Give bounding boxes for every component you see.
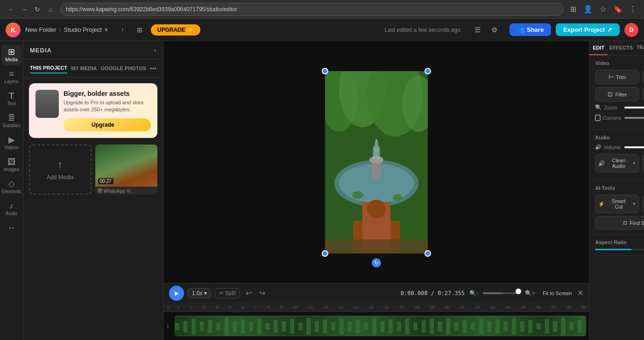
sidebar-item-subtitles[interactable]: ≣ Subtitles bbox=[1, 111, 22, 131]
svg-rect-49 bbox=[413, 323, 418, 330]
fit-to-screen-button[interactable]: Fit to Screen bbox=[540, 289, 574, 298]
upgrade-banner: Bigger, bolder assets Upgrade to Pro to … bbox=[29, 83, 157, 138]
media-icon: ⊞ bbox=[8, 48, 15, 56]
svg-rect-28 bbox=[241, 319, 245, 333]
svg-rect-20 bbox=[175, 323, 179, 330]
window-button[interactable]: ⊞ bbox=[133, 23, 146, 36]
clean-audio-stars-icon: ✦ bbox=[632, 161, 636, 166]
folder-name[interactable]: New Folder bbox=[25, 26, 56, 33]
media-panel-close-button[interactable]: ‹ bbox=[154, 46, 156, 54]
browser-chrome: ← → ↻ ⌂ https://www.kapwing.com/63922b8e… bbox=[0, 0, 644, 19]
tab-transitions[interactable]: TRANSITIONS bbox=[635, 41, 644, 55]
rotate-handle[interactable]: ↻ bbox=[372, 258, 381, 268]
split-button[interactable]: ✂ Split bbox=[215, 288, 240, 298]
sidebar-item-audio[interactable]: ♪ Audio bbox=[1, 199, 22, 219]
zoom-slider[interactable] bbox=[483, 292, 520, 294]
adjust-button[interactable]: ⚙ Adjust bbox=[642, 87, 644, 101]
menu-icon[interactable]: ⋮ bbox=[627, 4, 638, 15]
text-icon: T bbox=[9, 92, 14, 100]
svg-rect-54 bbox=[454, 322, 459, 331]
close-timeline-button[interactable]: ✕ bbox=[577, 289, 583, 297]
tab-my-media[interactable]: MY MEDIA bbox=[71, 64, 97, 73]
svg-rect-22 bbox=[191, 318, 196, 335]
add-media-button[interactable]: ↑ Add Media bbox=[29, 145, 92, 195]
sidebar-item-layers[interactable]: ≡ Layers bbox=[1, 67, 22, 87]
tab-effects[interactable]: EFFECTS bbox=[608, 41, 635, 55]
sidebar-item-transitions[interactable]: ↔ bbox=[1, 221, 22, 235]
volume-slider[interactable] bbox=[624, 146, 644, 148]
upgrade-button[interactable]: UPGRADE ⚡ bbox=[151, 24, 200, 36]
crop-button[interactable]: ⊡ Crop bbox=[642, 70, 644, 84]
svg-rect-45 bbox=[381, 321, 385, 332]
svg-point-13 bbox=[393, 194, 402, 201]
zoom-slider[interactable] bbox=[624, 107, 644, 109]
corners-slider[interactable] bbox=[624, 117, 644, 119]
smart-cut-button[interactable]: ⚡ Smart Cut ✦ bbox=[595, 195, 639, 213]
address-bar[interactable]: https://www.kapwing.com/63922b8ed3939a00… bbox=[60, 3, 564, 16]
tab-more-options[interactable]: ••• bbox=[150, 65, 156, 72]
svg-rect-51 bbox=[430, 319, 434, 334]
svg-rect-25 bbox=[216, 323, 220, 330]
project-name[interactable]: Studio Project bbox=[64, 26, 102, 33]
resize-handle-bottom-left[interactable] bbox=[322, 250, 328, 257]
sidebar-item-media[interactable]: ⊞ Media bbox=[1, 45, 22, 65]
sidebar-item-elements[interactable]: ◇ Elements bbox=[1, 177, 22, 197]
media-name: WhatsApp Vi... bbox=[104, 188, 134, 194]
detach-audio-button[interactable]: ⊡ Detach Audio bbox=[642, 154, 644, 173]
zoom-slider-container bbox=[483, 292, 520, 294]
play-button[interactable]: ▶ bbox=[169, 286, 184, 301]
zoom-out-button[interactable]: 🔍- bbox=[467, 288, 480, 298]
project-chevron[interactable]: ▾ bbox=[105, 26, 108, 33]
sidebar-item-text[interactable]: T Text bbox=[1, 89, 22, 109]
refresh-button[interactable]: ↻ bbox=[32, 4, 43, 15]
filter-button[interactable]: ⊡ Filter bbox=[595, 87, 639, 101]
tab-google-photos[interactable]: GOOGLE PHOTOS bbox=[100, 64, 146, 73]
video-section-title: Video bbox=[595, 60, 644, 66]
svg-rect-55 bbox=[463, 320, 467, 333]
left-sidebar: ⊞ Media ≡ Layers T Text ≣ Subtitles ▶ Vi… bbox=[0, 41, 23, 340]
find-scenes-button[interactable]: ⊡ Find Scenes bbox=[595, 216, 644, 230]
undo-button[interactable]: ↩ bbox=[244, 287, 254, 299]
home-button[interactable]: ⌂ bbox=[45, 4, 56, 15]
trim-button[interactable]: ⊢ Trim bbox=[595, 70, 639, 84]
audio-icon: ♪ bbox=[9, 202, 14, 210]
star-icon[interactable]: ☆ bbox=[597, 4, 609, 15]
svg-rect-18 bbox=[325, 239, 428, 253]
speed-button[interactable]: 1.0x ▾ bbox=[188, 288, 211, 298]
media-thumbnail-1[interactable]: 00:27 🎬 WhatsApp Vi... bbox=[95, 145, 158, 195]
extensions-icon[interactable]: ⊞ bbox=[567, 4, 579, 15]
forward-button[interactable]: → bbox=[19, 4, 30, 15]
user-avatar[interactable]: D bbox=[624, 23, 638, 37]
canvas-viewport[interactable]: ↻ bbox=[163, 41, 589, 283]
upload-button[interactable]: ↑ bbox=[116, 23, 129, 36]
resize-handle-top-left[interactable] bbox=[322, 68, 328, 74]
redo-button[interactable]: ↪ bbox=[257, 287, 267, 299]
audio-section: Audio 🔊 Volume 🔊 Clean Audio bbox=[589, 130, 644, 181]
export-button[interactable]: Export Project ↗ bbox=[556, 23, 620, 36]
settings-button[interactable]: ⚙ bbox=[487, 23, 501, 37]
resize-handle-top-right[interactable] bbox=[425, 68, 431, 74]
tab-edit[interactable]: EDIT bbox=[589, 41, 608, 55]
back-button[interactable]: ← bbox=[6, 4, 17, 15]
share-button[interactable]: 👥 Share bbox=[510, 23, 551, 36]
zoom-in-button[interactable]: 🔍+ bbox=[523, 288, 537, 298]
upgrade-banner-button[interactable]: Upgrade ✨ bbox=[64, 118, 151, 131]
track-object-button[interactable]: ⊡ Track Object bbox=[642, 195, 644, 213]
upgrade-banner-description: Upgrade to Pro to upload and store asset… bbox=[64, 99, 151, 114]
svg-rect-37 bbox=[315, 321, 319, 332]
resize-handle-bottom-right[interactable] bbox=[425, 250, 431, 257]
svg-rect-38 bbox=[323, 319, 327, 333]
timeline-tracks: 1 bbox=[163, 312, 589, 340]
timeline-track-1[interactable] bbox=[175, 316, 586, 336]
volume-icon: 🔊 bbox=[595, 144, 602, 150]
notifications-button[interactable]: ☰ bbox=[470, 23, 484, 37]
last-edited-text: Last edited a few seconds ago. bbox=[385, 27, 462, 33]
sidebar-item-images[interactable]: 🖼 Images bbox=[1, 155, 22, 175]
time-display: 0:00.000 / 0:27.355 bbox=[401, 290, 465, 297]
tab-this-project[interactable]: THIS PROJECT bbox=[30, 63, 67, 73]
sidebar-item-videos[interactable]: ▶ Videos bbox=[1, 133, 22, 153]
bookmark-icon[interactable]: 🔖 bbox=[612, 4, 623, 15]
zoom-row: 🔍 Zoom bbox=[595, 104, 644, 111]
profile-icon[interactable]: 👤 bbox=[582, 4, 594, 15]
clean-audio-button[interactable]: 🔊 Clean Audio ✦ bbox=[595, 154, 639, 173]
